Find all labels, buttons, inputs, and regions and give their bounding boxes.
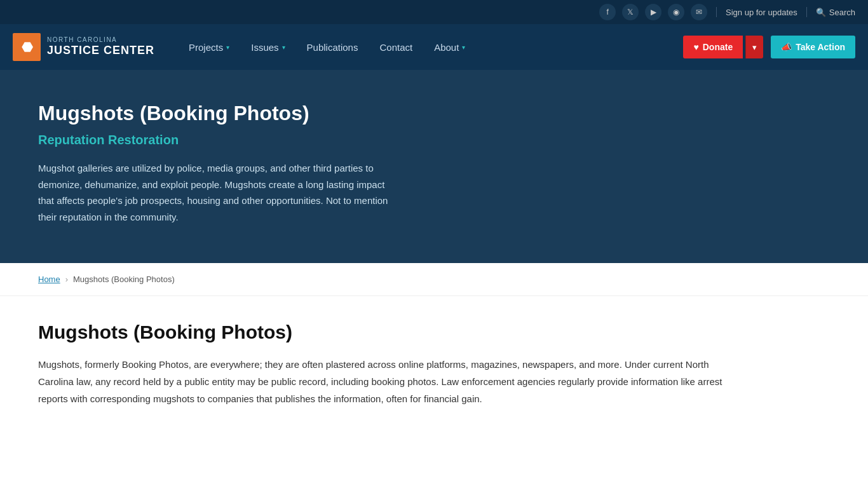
chevron-down-icon: ▾ bbox=[282, 44, 285, 51]
chevron-down-icon: ▾ bbox=[462, 44, 465, 51]
search-link[interactable]: 🔍 Search bbox=[816, 8, 855, 17]
nav-contact-label: Contact bbox=[379, 42, 412, 53]
chevron-down-icon: ▾ bbox=[226, 44, 229, 51]
breadcrumb-separator: › bbox=[65, 274, 68, 284]
content-title: Mugshots (Booking Photos) bbox=[38, 322, 830, 343]
take-action-button[interactable]: 📣 Take Action bbox=[771, 36, 855, 58]
divider2 bbox=[806, 7, 807, 17]
nav-publications-label: Publications bbox=[307, 42, 358, 53]
nav-item-publications[interactable]: Publications bbox=[298, 37, 367, 58]
hero-section: Mugshots (Booking Photos) Reputation Res… bbox=[0, 70, 868, 263]
content-text: Mugshots, formerly Booking Photos, are e… bbox=[38, 356, 737, 407]
donate-button[interactable]: ♥ Donate bbox=[683, 36, 743, 58]
search-label: Search bbox=[829, 8, 855, 17]
search-icon: 🔍 bbox=[816, 8, 826, 17]
breadcrumb: Home › Mugshots (Booking Photos) bbox=[0, 263, 868, 296]
logo[interactable]: ⬣ NORTH CAROLINA JUSTICE CENTER bbox=[13, 33, 154, 61]
nav-projects-label: Projects bbox=[189, 42, 223, 53]
top-bar: f 𝕏 ▶ ◉ ✉ Sign up for updates 🔍 Search bbox=[0, 0, 868, 24]
facebook-icon[interactable]: f bbox=[599, 4, 616, 20]
nav-item-about[interactable]: About ▾ bbox=[425, 37, 474, 58]
hero-subtitle: Reputation Restoration bbox=[38, 133, 830, 147]
donate-label: Donate bbox=[703, 42, 733, 52]
twitter-icon[interactable]: 𝕏 bbox=[622, 4, 639, 20]
nav-items: Projects ▾ Issues ▾ Publications Contact… bbox=[180, 37, 683, 58]
breadcrumb-home[interactable]: Home bbox=[38, 274, 60, 284]
signup-label: Sign up for updates bbox=[726, 8, 797, 17]
signup-link[interactable]: Sign up for updates bbox=[726, 8, 797, 17]
nav-issues-label: Issues bbox=[251, 42, 278, 53]
take-action-label: Take Action bbox=[796, 42, 845, 52]
youtube-icon[interactable]: ▶ bbox=[645, 4, 661, 20]
org-line1: NORTH CAROLINA bbox=[47, 36, 154, 44]
hero-title: Mugshots (Booking Photos) bbox=[38, 102, 830, 125]
nav-item-projects[interactable]: Projects ▾ bbox=[180, 37, 238, 58]
chevron-down-icon: ▾ bbox=[752, 43, 757, 52]
nav-actions: ♥ Donate ▾ 📣 Take Action bbox=[683, 36, 855, 58]
main-nav: ⬣ NORTH CAROLINA JUSTICE CENTER Projects… bbox=[0, 24, 868, 70]
heart-icon: ♥ bbox=[693, 42, 698, 52]
org-line2: JUSTICE CENTER bbox=[47, 44, 154, 58]
instagram-icon[interactable]: ◉ bbox=[668, 4, 684, 20]
divider bbox=[716, 7, 717, 17]
donate-dropdown-button[interactable]: ▾ bbox=[745, 36, 763, 58]
breadcrumb-current: Mugshots (Booking Photos) bbox=[73, 274, 175, 284]
nav-item-issues[interactable]: Issues ▾ bbox=[242, 37, 294, 58]
main-content: Mugshots (Booking Photos) Mugshots, form… bbox=[0, 296, 868, 445]
email-icon[interactable]: ✉ bbox=[691, 4, 707, 20]
social-icons: f 𝕏 ▶ ◉ ✉ bbox=[599, 4, 707, 20]
logo-text: NORTH CAROLINA JUSTICE CENTER bbox=[47, 36, 154, 58]
nav-item-contact[interactable]: Contact bbox=[370, 37, 421, 58]
nav-about-label: About bbox=[434, 42, 459, 53]
megaphone-icon: 📣 bbox=[781, 42, 792, 52]
hero-text: Mugshot galleries are utilized by police… bbox=[38, 160, 394, 225]
logo-icon: ⬣ bbox=[13, 33, 41, 61]
